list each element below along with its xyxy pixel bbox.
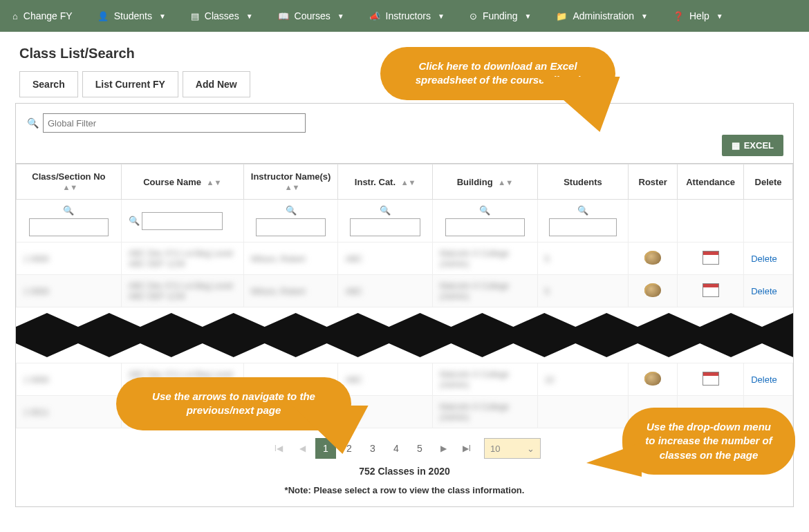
- footer-note: *Note: Please select a row to view the c…: [16, 479, 793, 506]
- col-building[interactable]: Building ▲▼: [432, 164, 537, 200]
- chevron-down-icon: ▼: [524, 12, 531, 20]
- table-row[interactable]: 1 0000 ABC Dev XYz Lvl-Beg Level ABC DEF…: [17, 275, 793, 307]
- chevron-down-icon: ⌄: [527, 444, 534, 454]
- sort-icon: ▲▼: [285, 185, 300, 189]
- col-delete: Delete: [744, 164, 793, 200]
- nav-help[interactable]: ❓Help▼: [673, 10, 723, 21]
- nav-courses[interactable]: 📖Courses▼: [278, 10, 344, 21]
- nav-administration[interactable]: 📁Administration▼: [556, 10, 648, 21]
- filter-class-no[interactable]: [29, 218, 109, 236]
- search-icon: 🔍: [440, 205, 530, 216]
- calendar-icon[interactable]: [703, 372, 719, 386]
- table-header-row: Class/Section No▲▼ Course Name ▲▼ Instru…: [17, 164, 793, 200]
- delete-link[interactable]: Delete: [751, 286, 777, 296]
- search-icon: 🔍: [545, 205, 622, 216]
- nav-instructors[interactable]: 📣Instructors▼: [369, 10, 445, 21]
- nav-change-fy[interactable]: ⌂Change FY: [12, 10, 73, 21]
- top-nav: ⌂Change FY 👤Students▼ ▤Classes▼ 📖Courses…: [0, 0, 809, 32]
- sort-icon: ▲▼: [207, 180, 222, 184]
- col-instructor-name[interactable]: Instructor Name(s) ▲▼: [243, 164, 338, 200]
- chevron-down-icon: ▼: [159, 12, 166, 20]
- nav-classes[interactable]: ▤Classes▼: [191, 10, 253, 21]
- callout-arrows: Use the arrows to navigate to the previo…: [116, 377, 351, 430]
- filter-course-name[interactable]: [142, 212, 223, 230]
- column-filter-row: 🔍 🔍 🔍 🔍 🔍 🔍: [17, 200, 793, 243]
- person-icon: 👤: [97, 11, 109, 21]
- search-icon: 🔍: [251, 205, 331, 216]
- excel-button[interactable]: ▦ EXCEL: [722, 135, 783, 156]
- col-course-name[interactable]: Course Name ▲▼: [121, 164, 243, 200]
- pager-page-5[interactable]: 5: [409, 438, 430, 459]
- tab-search[interactable]: Search: [19, 71, 78, 97]
- nav-students[interactable]: 👤Students▼: [97, 10, 166, 21]
- megaphone-icon: 📣: [369, 11, 380, 21]
- chevron-down-icon: ▼: [337, 12, 344, 20]
- roster-icon[interactable]: [644, 283, 661, 297]
- table-row[interactable]: 1 0000 ABC Dev XYz Lvl-Beg Level ABC DEF…: [17, 243, 793, 275]
- sort-icon: ▲▼: [498, 180, 513, 184]
- sort-icon: ▲▼: [401, 180, 416, 184]
- book-icon: 📖: [278, 11, 289, 21]
- pager-page-4[interactable]: 4: [386, 438, 407, 459]
- money-icon: ⊙: [469, 11, 477, 21]
- class-table: Class/Section No▲▼ Course Name ▲▼ Instru…: [16, 164, 793, 307]
- content-break: [16, 307, 793, 363]
- tab-list-current-fy[interactable]: List Current FY: [82, 71, 178, 97]
- calendar-icon[interactable]: [703, 283, 719, 297]
- nav-funding[interactable]: ⊙Funding▼: [469, 10, 532, 21]
- col-roster: Roster: [629, 164, 678, 200]
- filter-building[interactable]: [445, 218, 525, 236]
- col-attendance: Attendance: [678, 164, 744, 200]
- pager-last[interactable]: ▶I: [456, 438, 477, 459]
- global-filter-input[interactable]: [43, 113, 306, 133]
- page-size-select[interactable]: 10 ⌄: [484, 438, 541, 459]
- filter-instr-cat[interactable]: [350, 218, 420, 236]
- folder-icon: 📁: [556, 11, 567, 21]
- col-students[interactable]: Students: [537, 164, 629, 200]
- pager-next[interactable]: ▶: [433, 438, 454, 459]
- excel-icon: ▦: [732, 140, 740, 151]
- tab-add-new[interactable]: Add New: [183, 71, 250, 97]
- chevron-down-icon: ▼: [641, 12, 648, 20]
- home-icon: ⌂: [12, 11, 18, 21]
- chevron-down-icon: ▼: [716, 12, 723, 20]
- list-icon: ▤: [191, 11, 199, 21]
- filter-students[interactable]: [549, 218, 616, 236]
- filter-instructor[interactable]: [256, 218, 326, 236]
- filter-bar: 🔍 ▦ EXCEL: [16, 104, 793, 164]
- callout-dropdown: Use the drop-down menu to increase the n…: [622, 408, 795, 475]
- calendar-icon[interactable]: [703, 251, 719, 265]
- search-icon: 🔍: [345, 205, 425, 216]
- roster-icon[interactable]: [644, 372, 661, 386]
- col-class-section-no[interactable]: Class/Section No▲▼: [17, 164, 122, 200]
- search-icon: 🔍: [24, 205, 114, 216]
- search-icon: 🔍: [129, 216, 140, 226]
- delete-link[interactable]: Delete: [751, 374, 777, 385]
- callout-excel: Click here to download an Excel spreadsh…: [380, 47, 615, 100]
- roster-icon[interactable]: [644, 251, 661, 265]
- sort-icon: ▲▼: [62, 185, 77, 189]
- callout-tail: [586, 442, 642, 477]
- help-icon: ❓: [673, 11, 684, 21]
- col-instr-cat[interactable]: Instr. Cat. ▲▼: [338, 164, 433, 200]
- search-icon: 🔍: [27, 117, 39, 129]
- chevron-down-icon: ▼: [438, 12, 445, 20]
- pager-page-3[interactable]: 3: [362, 438, 383, 459]
- delete-link[interactable]: Delete: [751, 254, 777, 264]
- chevron-down-icon: ▼: [246, 12, 253, 20]
